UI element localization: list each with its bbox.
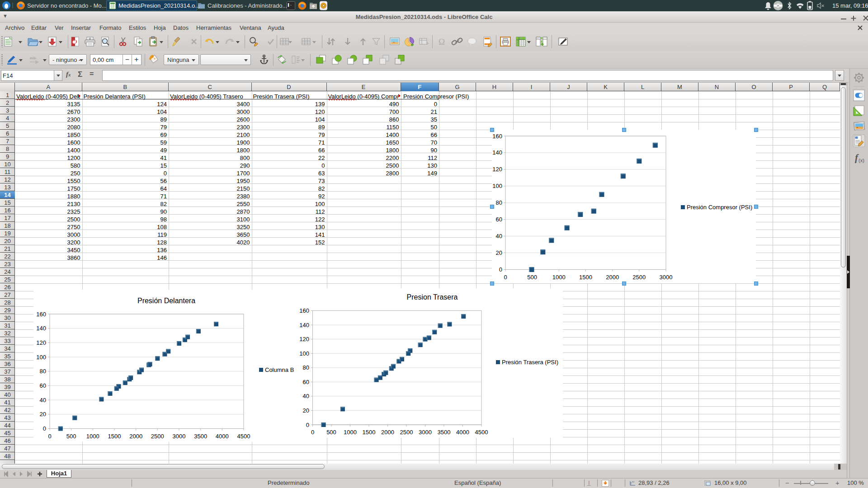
svg-text:Presión Trasera (PSI): Presión Trasera (PSI): [502, 359, 558, 366]
svg-text:2000: 2000: [129, 433, 142, 440]
svg-text:2000: 2000: [606, 274, 619, 281]
svg-text:80: 80: [40, 368, 46, 375]
svg-text:100: 100: [36, 354, 46, 361]
svg-text:0: 0: [48, 433, 51, 440]
svg-text:4000: 4000: [216, 433, 229, 440]
svg-text:100: 100: [299, 350, 309, 357]
svg-text:20: 20: [496, 249, 502, 256]
svg-text:▌-: ▌-: [288, 3, 292, 7]
svg-text:80: 80: [496, 199, 502, 206]
svg-text:120: 120: [492, 166, 502, 173]
svg-text:0: 0: [499, 266, 502, 273]
svg-text:500: 500: [326, 429, 336, 436]
svg-text:140: 140: [36, 325, 46, 332]
svg-text:2500: 2500: [632, 274, 646, 281]
svg-text:Ω: Ω: [439, 37, 445, 47]
svg-text:1000: 1000: [86, 433, 99, 440]
svg-text:1000: 1000: [552, 274, 566, 281]
svg-text:(x): (x): [859, 158, 864, 163]
svg-text:0: 0: [311, 429, 314, 436]
svg-text:3500: 3500: [438, 429, 451, 436]
svg-text:120: 120: [36, 339, 46, 346]
svg-text:Presion Trasera: Presion Trasera: [407, 293, 458, 301]
svg-text:Columna B: Columna B: [265, 366, 294, 373]
svg-text:20: 20: [40, 411, 46, 418]
svg-text:1500: 1500: [363, 429, 376, 436]
svg-text:500: 500: [527, 274, 537, 281]
svg-text:Presión Delantera: Presión Delantera: [137, 297, 195, 305]
svg-text:140: 140: [492, 149, 502, 156]
svg-text:80: 80: [303, 364, 309, 371]
svg-text:0: 0: [306, 422, 309, 428]
svg-text:60: 60: [303, 379, 309, 385]
svg-text:40: 40: [496, 233, 502, 239]
svg-text:500: 500: [66, 433, 76, 440]
svg-text:4500: 4500: [237, 433, 250, 440]
svg-text:0: 0: [43, 425, 46, 432]
svg-text:40: 40: [303, 393, 309, 399]
svg-text:160: 160: [492, 133, 502, 140]
svg-text:100: 100: [492, 183, 502, 189]
svg-text:1000: 1000: [344, 429, 357, 436]
svg-text:Presión Compresor (PSI): Presión Compresor (PSI): [687, 204, 752, 211]
svg-text:140: 140: [299, 322, 309, 328]
svg-text:3000: 3000: [419, 429, 432, 436]
svg-text:3000: 3000: [173, 433, 186, 440]
svg-text:4500: 4500: [475, 429, 488, 436]
svg-text:2500: 2500: [151, 433, 164, 440]
svg-text:2500: 2500: [400, 429, 413, 436]
svg-text:120: 120: [299, 336, 309, 343]
svg-text:20: 20: [303, 407, 309, 414]
svg-text:4000: 4000: [456, 429, 469, 436]
svg-text:3000: 3000: [660, 274, 673, 281]
svg-text:160: 160: [36, 311, 46, 318]
svg-text:60: 60: [40, 382, 46, 389]
svg-text:40: 40: [40, 397, 46, 404]
svg-text:2000: 2000: [381, 429, 394, 436]
svg-text:3500: 3500: [194, 433, 207, 440]
svg-text:1500: 1500: [108, 433, 121, 440]
svg-text:60: 60: [496, 216, 502, 223]
svg-text:1500: 1500: [579, 274, 592, 281]
svg-text:160: 160: [299, 307, 309, 314]
svg-text:0: 0: [504, 274, 507, 281]
